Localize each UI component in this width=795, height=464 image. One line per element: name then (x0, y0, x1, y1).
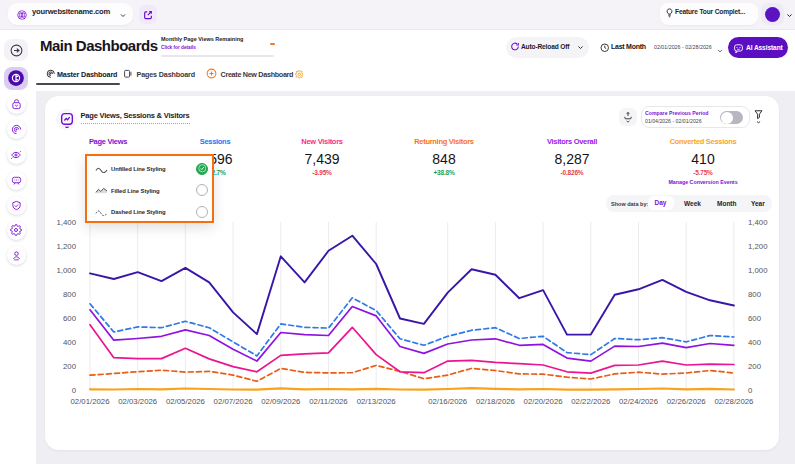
svg-text:200: 200 (63, 362, 77, 371)
svg-text:0: 0 (748, 386, 753, 395)
svg-text:400: 400 (748, 338, 762, 347)
svg-text:1,400: 1,400 (748, 218, 768, 227)
svg-text:02/05/2026: 02/05/2026 (166, 397, 205, 406)
svg-text:1,200: 1,200 (56, 242, 76, 251)
svg-text:0: 0 (72, 386, 77, 395)
svg-text:02/13/2026: 02/13/2026 (357, 397, 396, 406)
svg-text:600: 600 (63, 314, 77, 323)
svg-text:02/24/2026: 02/24/2026 (619, 397, 658, 406)
svg-text:600: 600 (748, 314, 762, 323)
svg-text:1,200: 1,200 (748, 242, 768, 251)
svg-text:02/18/2026: 02/18/2026 (476, 397, 515, 406)
svg-text:02/26/2026: 02/26/2026 (667, 397, 706, 406)
svg-text:02/07/2026: 02/07/2026 (214, 397, 253, 406)
svg-text:02/11/2026: 02/11/2026 (309, 397, 347, 406)
svg-text:400: 400 (63, 338, 77, 347)
svg-text:02/28/2026: 02/28/2026 (714, 397, 753, 406)
svg-text:800: 800 (748, 290, 762, 299)
svg-text:02/22/2026: 02/22/2026 (571, 397, 610, 406)
svg-text:200: 200 (748, 362, 762, 371)
svg-text:1,000: 1,000 (56, 266, 76, 275)
svg-text:02/01/2026: 02/01/2026 (70, 397, 109, 406)
svg-text:800: 800 (63, 290, 77, 299)
svg-text:02/16/2026: 02/16/2026 (428, 397, 467, 406)
svg-text:1,400: 1,400 (56, 218, 76, 227)
svg-text:02/20/2026: 02/20/2026 (524, 397, 563, 406)
svg-text:02/03/2026: 02/03/2026 (118, 397, 157, 406)
svg-text:02/09/2026: 02/09/2026 (261, 397, 300, 406)
svg-text:1,000: 1,000 (748, 266, 768, 275)
